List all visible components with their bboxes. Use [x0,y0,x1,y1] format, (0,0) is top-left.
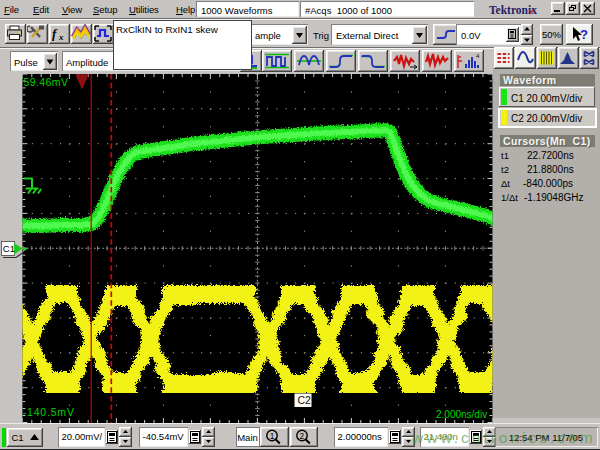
svg-text:C1: C1 [3,243,15,254]
